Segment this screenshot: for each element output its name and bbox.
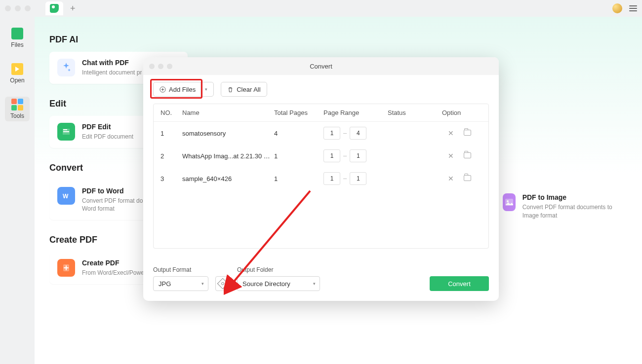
page-to-input[interactable] bbox=[350, 127, 366, 140]
cell-option bbox=[437, 152, 482, 160]
convert-button[interactable]: Convert bbox=[430, 276, 489, 291]
card-desc: Convert PDF format documents to Image fo… bbox=[522, 203, 612, 220]
page-from-input[interactable] bbox=[323, 172, 340, 185]
sparkle-icon bbox=[57, 59, 75, 76]
open-folder-icon[interactable] bbox=[464, 175, 471, 181]
add-files-label: Add Files bbox=[169, 86, 196, 93]
user-avatar[interactable] bbox=[612, 3, 622, 13]
table-row: 3sample_640×4261– bbox=[154, 167, 488, 190]
format-settings-button[interactable] bbox=[215, 276, 230, 291]
file-table: NO. Name Total Pages Page Range Status O… bbox=[153, 104, 489, 249]
cell-pages: 4 bbox=[274, 130, 323, 137]
cell-pages: 1 bbox=[274, 152, 323, 160]
cell-no: 2 bbox=[160, 152, 182, 160]
sidebar-item-label: Files bbox=[11, 41, 23, 48]
table-body: 1somatosensory4–2WhatsApp Imag...at 2.21… bbox=[154, 122, 488, 190]
cell-range: – bbox=[323, 127, 388, 140]
sidebar-item-label: Tools bbox=[10, 112, 24, 119]
sidebar-item-tools[interactable]: Tools bbox=[5, 97, 30, 121]
cell-range: – bbox=[323, 149, 388, 162]
cell-no: 3 bbox=[160, 175, 182, 182]
open-icon bbox=[11, 63, 23, 75]
table-row: 1somatosensory4– bbox=[154, 122, 488, 145]
modal-traffic-lights[interactable] bbox=[149, 64, 172, 69]
col-header-name: Name bbox=[182, 109, 274, 116]
tools-icon bbox=[11, 99, 23, 110]
page-to-input[interactable] bbox=[350, 172, 366, 185]
output-format-label: Output Format bbox=[153, 266, 208, 273]
add-files-button[interactable]: Add Files ▾ bbox=[153, 82, 214, 97]
output-folder-select[interactable]: Source Directory ▾ bbox=[237, 276, 320, 291]
card-pdf-to-image[interactable]: PDF to Image Convert PDF format document… bbox=[495, 186, 620, 227]
card-desc: Edit PDF document bbox=[82, 133, 133, 141]
col-header-pages: Total Pages bbox=[274, 109, 323, 116]
card-title: PDF to Image bbox=[522, 193, 612, 201]
clear-all-label: Clear All bbox=[237, 86, 260, 93]
open-folder-icon[interactable] bbox=[464, 152, 471, 158]
chevron-down-icon: ▾ bbox=[201, 82, 207, 96]
col-header-option: Option bbox=[437, 109, 482, 116]
svg-point-3 bbox=[507, 200, 509, 202]
cell-option bbox=[437, 175, 482, 182]
card-title: Create PDF bbox=[82, 259, 146, 267]
cell-name: WhatsApp Imag...at 2.21.30 PM bbox=[182, 152, 274, 160]
table-row: 2WhatsApp Imag...at 2.21.30 PM1– bbox=[154, 145, 488, 167]
output-folder-label: Output Folder bbox=[237, 266, 320, 273]
card-desc: Intelligent document pr bbox=[82, 69, 142, 77]
cell-name: sample_640×426 bbox=[182, 175, 274, 182]
plus-circle-icon bbox=[160, 86, 166, 93]
table-header: NO. Name Total Pages Page Range Status O… bbox=[154, 104, 488, 122]
modal-titlebar: Convert bbox=[143, 57, 499, 75]
files-icon bbox=[11, 28, 23, 39]
new-tab-button[interactable]: + bbox=[67, 3, 79, 14]
col-header-range: Page Range bbox=[323, 109, 388, 116]
pdf-edit-icon bbox=[57, 123, 75, 141]
window-titlebar: + bbox=[0, 0, 642, 17]
convert-modal: Convert Add Files ▾ Clear All NO. Name T… bbox=[143, 57, 499, 301]
window-traffic-lights[interactable] bbox=[5, 5, 31, 11]
open-folder-icon[interactable] bbox=[464, 130, 471, 136]
hamburger-menu-icon[interactable] bbox=[629, 5, 637, 11]
remove-row-icon[interactable] bbox=[448, 152, 454, 160]
col-header-no: NO. bbox=[160, 109, 182, 116]
modal-toolbar: Add Files ▾ Clear All bbox=[143, 75, 499, 104]
output-format-value: JPG bbox=[159, 280, 171, 288]
page-from-input[interactable] bbox=[323, 127, 340, 140]
sidebar: Files Open Tools bbox=[0, 17, 35, 364]
cell-name: somatosensory bbox=[182, 130, 274, 137]
cell-pages: 1 bbox=[274, 175, 323, 182]
card-desc: From Word/Execl/Power bbox=[82, 269, 146, 277]
svg-text:W: W bbox=[63, 193, 69, 200]
output-folder-value: Source Directory bbox=[242, 280, 290, 288]
output-format-select[interactable]: JPG ▾ bbox=[153, 276, 208, 291]
col-header-status: Status bbox=[388, 109, 437, 116]
page-from-input[interactable] bbox=[323, 149, 340, 162]
sidebar-item-label: Open bbox=[10, 77, 24, 84]
image-icon bbox=[503, 193, 516, 211]
sidebar-item-files[interactable]: Files bbox=[5, 26, 30, 50]
word-icon: W bbox=[57, 187, 75, 205]
card-title: PDF Edit bbox=[82, 123, 133, 131]
cell-no: 1 bbox=[160, 130, 182, 137]
remove-row-icon[interactable] bbox=[448, 175, 454, 182]
app-tab[interactable] bbox=[45, 1, 63, 15]
modal-footer: Output Format JPG ▾ Output Folder Source… bbox=[143, 259, 499, 301]
app-logo-icon bbox=[50, 4, 59, 13]
clear-all-button[interactable]: Clear All bbox=[221, 82, 267, 97]
trash-icon bbox=[227, 86, 234, 93]
remove-row-icon[interactable] bbox=[448, 129, 454, 137]
page-to-input[interactable] bbox=[350, 149, 366, 162]
modal-title-text: Convert bbox=[310, 63, 332, 70]
chevron-down-icon: ▾ bbox=[201, 281, 204, 286]
card-title: Chat with PDF bbox=[82, 59, 142, 67]
sidebar-item-open[interactable]: Open bbox=[5, 61, 30, 86]
cell-range: – bbox=[323, 172, 388, 185]
chevron-down-icon: ▾ bbox=[313, 281, 316, 286]
cell-option bbox=[437, 129, 482, 137]
create-pdf-icon bbox=[57, 259, 75, 277]
section-heading-pdf-ai: PDF AI bbox=[49, 35, 627, 45]
